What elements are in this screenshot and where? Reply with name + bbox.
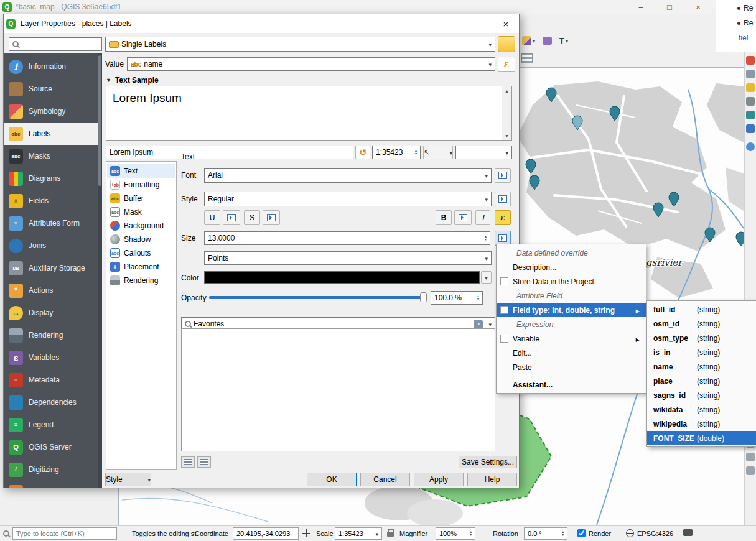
field-item-full_id[interactable]: full_id(string) bbox=[647, 302, 756, 317]
tab-rendering[interactable]: Rendering bbox=[107, 274, 175, 287]
search-input[interactable] bbox=[21, 40, 98, 49]
spinner-arrows-icon[interactable] bbox=[415, 149, 417, 155]
sidebar-item-variables[interactable]: Variables bbox=[4, 346, 98, 369]
right-toolbar-icon[interactable] bbox=[746, 453, 755, 461]
sidebar-item-qgis-server[interactable]: QGIS Server bbox=[4, 436, 98, 458]
map-tips-button[interactable] bbox=[520, 33, 537, 48]
tab-callouts[interactable]: Callouts bbox=[107, 246, 175, 260]
right-toolbar-icon[interactable] bbox=[746, 124, 755, 133]
tab-formatting[interactable]: Formatting bbox=[107, 178, 175, 192]
value-field-select[interactable]: abc name bbox=[127, 57, 495, 71]
color-dropdown-button[interactable] bbox=[481, 271, 492, 284]
spinner-arrows-icon[interactable] bbox=[485, 235, 487, 241]
properties-search-input[interactable] bbox=[9, 37, 102, 51]
right-toolbar-icon[interactable] bbox=[746, 56, 755, 65]
sidebar-item-joins[interactable]: Joins bbox=[4, 234, 98, 257]
menu-item-field-type[interactable]: Field type: int, double, string bbox=[497, 303, 646, 317]
annotation-button[interactable] bbox=[541, 33, 554, 48]
right-toolbar-icon[interactable] bbox=[746, 466, 755, 475]
locate-box[interactable] bbox=[12, 527, 117, 540]
scroll-down-icon[interactable] bbox=[502, 131, 511, 140]
right-toolbar-icon[interactable] bbox=[746, 97, 755, 106]
sidebar-item-display[interactable]: Display bbox=[4, 302, 98, 324]
slider-handle[interactable] bbox=[420, 292, 427, 302]
expression-builder-button[interactable] bbox=[498, 57, 515, 72]
field-item-name[interactable]: name(string) bbox=[647, 359, 756, 374]
text-sample-expander[interactable]: Text Sample bbox=[106, 76, 159, 85]
sidebar-item-symbology[interactable]: Symbology bbox=[4, 100, 98, 123]
right-toolbar-icon[interactable] bbox=[746, 70, 755, 78]
list-view-button[interactable] bbox=[197, 456, 211, 468]
sidebar-item-masks[interactable]: Masks bbox=[4, 145, 98, 167]
sidebar-item-3d-view[interactable]: 3D Vi bbox=[4, 481, 98, 488]
spinner-arrows-icon[interactable] bbox=[470, 530, 472, 537]
italic-expression-button[interactable] bbox=[495, 210, 511, 225]
tab-shadow[interactable]: Shadow bbox=[107, 233, 175, 246]
magnifier-spinbox[interactable]: 100% bbox=[436, 527, 475, 540]
menu-item-description[interactable]: Description... bbox=[497, 260, 646, 274]
tab-placement[interactable]: Placement bbox=[107, 260, 175, 274]
sidebar-item-actions[interactable]: Actions bbox=[4, 279, 98, 302]
style-presets-list[interactable] bbox=[181, 328, 495, 451]
icon-view-button[interactable] bbox=[181, 456, 195, 468]
tab-buffer[interactable]: Buffer bbox=[107, 192, 175, 205]
font-select[interactable]: Arial bbox=[204, 168, 492, 183]
preview-scale-combo[interactable]: 1:35423 bbox=[372, 146, 421, 159]
field-item-sagns_id[interactable]: sagns_id(string) bbox=[647, 388, 756, 402]
reset-sample-button[interactable] bbox=[355, 146, 370, 159]
field-item-font-size[interactable]: FONT_SIZE(double) bbox=[647, 431, 756, 445]
text-annotation-button[interactable]: T bbox=[558, 33, 570, 48]
maximize-button[interactable]: □ bbox=[655, 0, 684, 14]
sidebar-item-legend[interactable]: Legend bbox=[4, 414, 98, 436]
menu-item-paste[interactable]: Paste bbox=[497, 360, 646, 374]
strikeout-button[interactable]: S bbox=[244, 210, 260, 225]
field-item-wikidata[interactable]: wikidata(string) bbox=[647, 402, 756, 417]
info-icon[interactable] bbox=[746, 142, 755, 151]
tab-background[interactable]: Background bbox=[107, 219, 175, 233]
lock-icon[interactable] bbox=[387, 532, 394, 537]
color-swatch-button[interactable] bbox=[204, 271, 480, 284]
italic-button[interactable]: I bbox=[475, 210, 490, 225]
crs-globe-icon[interactable] bbox=[626, 529, 634, 537]
underline-data-defined-button[interactable] bbox=[223, 210, 240, 225]
tab-text[interactable]: Text bbox=[107, 164, 175, 178]
checkbox-icon[interactable] bbox=[500, 306, 508, 314]
sidebar-item-source[interactable]: Source bbox=[4, 78, 98, 100]
bold-button[interactable]: B bbox=[436, 210, 452, 225]
tab-mask[interactable]: Mask bbox=[107, 205, 175, 219]
spinner-arrows-icon[interactable] bbox=[562, 530, 564, 537]
opacity-spinbox[interactable]: 100.0 % bbox=[431, 291, 483, 305]
underline-button[interactable]: U bbox=[204, 210, 220, 225]
font-data-defined-button[interactable] bbox=[495, 168, 511, 183]
save-settings-button[interactable]: Save Settings... bbox=[459, 456, 517, 468]
render-checkbox[interactable] bbox=[577, 529, 586, 537]
sidebar-item-fields[interactable]: Fields bbox=[4, 190, 98, 212]
strikeout-data-defined-button[interactable] bbox=[263, 210, 280, 225]
checkbox-icon[interactable] bbox=[500, 335, 508, 343]
messages-icon[interactable] bbox=[683, 529, 693, 536]
clear-filter-icon[interactable] bbox=[474, 320, 483, 328]
toolbar-grid-button[interactable] bbox=[521, 53, 533, 63]
locate-input[interactable] bbox=[16, 530, 113, 537]
sidebar-item-labels[interactable]: Labels bbox=[4, 123, 98, 145]
field-item-place[interactable]: place(string) bbox=[647, 374, 756, 388]
close-button[interactable]: × bbox=[684, 0, 712, 14]
menu-item-variable[interactable]: Variable bbox=[497, 331, 646, 346]
checkbox-icon[interactable] bbox=[500, 277, 508, 285]
ok-button[interactable]: OK bbox=[307, 473, 357, 486]
right-toolbar-icon[interactable] bbox=[746, 83, 755, 92]
size-unit-select[interactable]: Points bbox=[204, 251, 492, 265]
sidebar-item-attributes-form[interactable]: Attributes Form bbox=[4, 212, 98, 234]
menu-item-edit[interactable]: Edit... bbox=[497, 346, 646, 360]
sidebar-scrollbar[interactable] bbox=[98, 53, 102, 488]
apply-button[interactable]: Apply bbox=[414, 473, 464, 486]
sidebar-item-rendering[interactable]: Rendering bbox=[4, 324, 98, 346]
right-toolbar-icon[interactable] bbox=[746, 111, 755, 119]
bold-data-defined-button[interactable] bbox=[454, 210, 472, 225]
opacity-slider[interactable] bbox=[209, 291, 427, 303]
style-data-defined-button[interactable] bbox=[495, 192, 511, 206]
field-item-osm_type[interactable]: osm_type(string) bbox=[647, 331, 756, 345]
preview-background-combo[interactable] bbox=[455, 146, 512, 159]
sidebar-item-metadata[interactable]: Metadata bbox=[4, 369, 98, 391]
scrollbar-thumb[interactable] bbox=[98, 55, 101, 186]
